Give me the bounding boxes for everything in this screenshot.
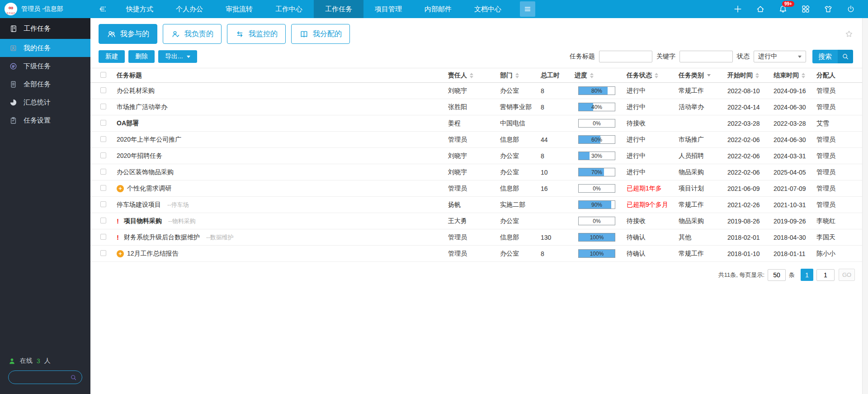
task-title[interactable]: 个性化需求调研: [127, 185, 171, 193]
task-title[interactable]: 市场推广活动举办: [117, 103, 167, 111]
column-header[interactable]: 任务标题: [117, 71, 448, 80]
collapse-sidebar-button[interactable]: [90, 0, 115, 18]
row-checkbox[interactable]: [100, 218, 106, 223]
filter-tab[interactable]: 我监控的: [227, 24, 286, 44]
favorite-star-icon[interactable]: [845, 30, 853, 38]
search-button[interactable]: 搜索: [812, 50, 853, 63]
task-title[interactable]: 2020年招聘任务: [117, 152, 162, 160]
filter-tab[interactable]: 我参与的: [99, 24, 157, 44]
task-title-cell[interactable]: +个性化需求调研: [117, 185, 448, 193]
topbar-menu-item[interactable]: 审批流转: [214, 0, 264, 18]
row-checkbox[interactable]: [100, 120, 106, 126]
task-title[interactable]: 办公区装饰物品采购: [117, 168, 174, 176]
topbar-menu-item[interactable]: 个人办公: [165, 0, 214, 18]
row-checkbox[interactable]: [100, 136, 106, 142]
sidebar-search-input[interactable]: [14, 374, 70, 381]
row-checkbox[interactable]: [100, 104, 106, 109]
table-row[interactable]: OA部署姜程中国电信0%待接收2022-03-282022-03-28艾雪: [90, 115, 862, 132]
topbar-menu-item[interactable]: 文档中心: [463, 0, 513, 18]
table-row[interactable]: +12月工作总结报告管理员办公室8100%待确认常规工作2018-01-1020…: [90, 246, 862, 262]
table-row[interactable]: 市场推广活动举办张胜阳营销事业部840%进行中活动举办2022-04-14202…: [90, 99, 862, 115]
task-title-cell[interactable]: 2020年上半年公司推广: [117, 136, 448, 144]
table-row[interactable]: 停车场建设项目--停车场扬帆实施二部90%已超期9个多月常规工作2021-02-…: [90, 197, 862, 213]
home-icon[interactable]: [756, 5, 765, 14]
task-title-cell[interactable]: 2020年招聘任务: [117, 152, 448, 160]
row-checkbox[interactable]: [100, 87, 106, 93]
keyword-input[interactable]: [679, 51, 733, 62]
task-title-cell[interactable]: OA部署: [117, 119, 448, 128]
row-checkbox[interactable]: [100, 234, 106, 240]
topbar-menu-item[interactable]: 工作任务: [314, 0, 363, 18]
filter-tab[interactable]: 我负责的: [163, 24, 222, 44]
sidebar-item[interactable]: 我的任务: [0, 39, 90, 57]
task-title-cell[interactable]: +12月工作总结报告: [117, 250, 448, 258]
notifications-bell[interactable]: 99+: [778, 5, 788, 14]
column-header[interactable]: 结束时间: [774, 71, 816, 80]
more-modules-button[interactable]: [520, 1, 535, 17]
sidebar-item[interactable]: 全部任务: [0, 75, 90, 93]
table-row[interactable]: !财务系统升级后台数据维护--数据维护管理员信息部130100%待确认其他201…: [90, 229, 862, 246]
status-select[interactable]: 进行中: [754, 51, 806, 62]
task-title-cell[interactable]: 停车场建设项目--停车场: [117, 201, 448, 209]
progress-cell: 90%: [575, 200, 627, 209]
table-row[interactable]: 办公耗材采购刘晓宇办公室880%进行中常规工作2022-08-102024-09…: [90, 83, 862, 99]
column-header[interactable]: 任务类别: [679, 71, 727, 80]
task-title[interactable]: 项目物料采购: [124, 217, 162, 225]
hours-cell: 8: [541, 87, 575, 95]
task-title[interactable]: 办公耗材采购: [117, 87, 155, 95]
table-row[interactable]: 办公区装饰物品采购刘晓宇办公室1070%进行中物品采购2022-02-06202…: [90, 164, 862, 180]
vertical-scrollbar[interactable]: [862, 18, 868, 394]
task-title-cell[interactable]: 办公耗材采购: [117, 87, 448, 95]
task-title[interactable]: 停车场建设项目: [117, 201, 161, 209]
task-title[interactable]: 12月工作总结报告: [127, 250, 179, 258]
task-title-input[interactable]: [599, 51, 652, 62]
task-title-cell[interactable]: !财务系统升级后台数据维护--数据维护: [117, 233, 448, 242]
topbar-menu-item[interactable]: 快捷方式: [115, 0, 165, 18]
task-title[interactable]: 2020年上半年公司推广: [117, 136, 181, 144]
table-row[interactable]: !项目物料采购--物料采购王大勇办公室0%待接收物品采购2019-08-2620…: [90, 213, 862, 229]
task-title-cell[interactable]: !项目物料采购--物料采购: [117, 217, 448, 225]
delete-button[interactable]: 删除: [128, 50, 155, 63]
sidebar-item[interactable]: 汇总统计: [0, 93, 90, 111]
task-title-cell[interactable]: 市场推广活动举办: [117, 103, 448, 111]
apps-grid-icon[interactable]: [801, 5, 810, 14]
column-header[interactable]: 任务状态: [627, 71, 679, 80]
add-icon[interactable]: [733, 5, 742, 14]
table-row[interactable]: 2020年上半年公司推广管理员信息部4460%进行中市场推广2022-02-06…: [90, 132, 862, 148]
column-header[interactable]: 总工时: [541, 71, 575, 80]
task-title[interactable]: OA部署: [117, 119, 139, 128]
row-checkbox[interactable]: [100, 169, 106, 175]
task-title-cell[interactable]: 办公区装饰物品采购: [117, 168, 448, 176]
progress-label: 30%: [579, 152, 615, 160]
sidebar-item[interactable]: 任务设置: [0, 111, 90, 129]
row-checkbox[interactable]: [100, 250, 106, 256]
theme-skin-icon[interactable]: [824, 5, 833, 14]
column-header[interactable]: 开始时间: [727, 71, 774, 80]
row-checkbox[interactable]: [100, 152, 106, 158]
online-status: 在线 3 人: [8, 357, 82, 365]
goto-page-input[interactable]: [816, 269, 835, 281]
sidebar-item[interactable]: 下级任务: [0, 57, 90, 75]
row-checkbox[interactable]: [100, 185, 106, 191]
current-page-button[interactable]: 1: [801, 269, 813, 281]
column-header[interactable]: 责任人: [448, 71, 500, 80]
export-button[interactable]: 导出...: [158, 50, 197, 63]
go-button[interactable]: GO: [839, 269, 855, 281]
sidebar-search-icon[interactable]: [70, 374, 77, 381]
topbar-menu-item[interactable]: 内部邮件: [413, 0, 463, 18]
column-header[interactable]: 分配人: [816, 71, 862, 80]
column-header[interactable]: 部门: [500, 71, 541, 80]
topbar-menu-item[interactable]: 项目管理: [363, 0, 413, 18]
row-checkbox[interactable]: [100, 201, 106, 207]
column-header[interactable]: 进度: [575, 71, 627, 80]
table-row[interactable]: 2020年招聘任务刘晓宇办公室830%进行中人员招聘2022-02-062024…: [90, 148, 862, 164]
page-size-input[interactable]: [768, 269, 786, 281]
logout-power-icon[interactable]: [846, 5, 855, 14]
filter-tab[interactable]: 我分配的: [291, 24, 350, 44]
select-all-checkbox[interactable]: [100, 72, 106, 78]
new-button[interactable]: 新建: [99, 50, 125, 63]
topbar-menu-item[interactable]: 工作中心: [264, 0, 314, 18]
start-date-cell: 2021-06-09: [727, 185, 774, 192]
table-row[interactable]: +个性化需求调研管理员信息部160%已超期1年多项目计划2021-06-0920…: [90, 180, 862, 197]
task-title[interactable]: 财务系统升级后台数据维护: [124, 233, 200, 242]
